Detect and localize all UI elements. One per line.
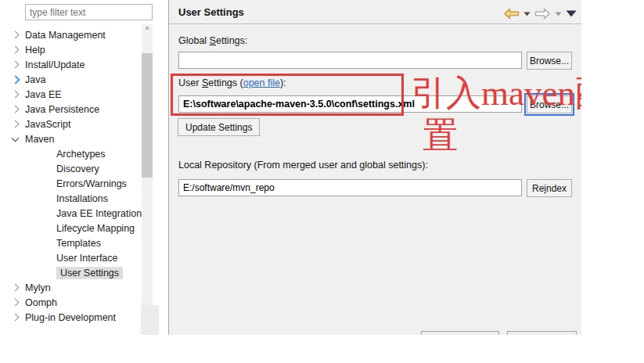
user-settings-label: User Settings (open file):	[178, 77, 286, 88]
sidebar-item-javascript[interactable]: JavaScript	[0, 117, 153, 131]
chevron-right-icon[interactable]	[12, 91, 20, 99]
chevron-right-icon[interactable]	[12, 46, 20, 54]
sidebar-item-java-ee[interactable]: Java EE	[0, 87, 153, 102]
sidebar-item-help[interactable]: Help	[0, 42, 153, 57]
sidebar-item-data-management[interactable]: Data Management	[0, 27, 153, 42]
sidebar-item-maven[interactable]: Maven	[0, 131, 153, 146]
sidebar-item-discovery[interactable]: Discovery	[0, 161, 153, 176]
sidebar-item-user-interface[interactable]: User Interface	[0, 250, 153, 265]
view-menu-triangle-icon[interactable]	[566, 10, 577, 17]
cutoff-dialog-button-left[interactable]	[421, 331, 499, 335]
chevron-right-icon[interactable]	[11, 75, 20, 84]
back-arrow-icon[interactable]	[503, 8, 520, 20]
chevron-right-icon[interactable]	[12, 299, 20, 307]
global-settings-label: Global Settings:	[178, 35, 247, 46]
sidebar-item-templates[interactable]: Templates	[0, 235, 153, 250]
cutoff-dialog-button-right[interactable]	[507, 331, 577, 335]
global-settings-input[interactable]	[178, 52, 522, 69]
sidebar-item-errors-warnings[interactable]: Errors/Warnings	[0, 176, 153, 191]
user-settings-page: User Settings Global Settings: Browse	[169, 0, 581, 335]
chevron-right-icon[interactable]	[12, 284, 20, 292]
chevron-down-icon[interactable]	[12, 135, 20, 142]
sidebar-item-mylyn[interactable]: Mylyn	[0, 280, 153, 295]
history-toolbar	[503, 8, 577, 20]
reindex-button[interactable]: Reindex	[527, 179, 572, 197]
sidebar-item-java-ee-integration[interactable]: Java EE Integration	[0, 206, 153, 221]
sidebar-item-java[interactable]: Java	[0, 72, 153, 87]
sidebar-item-install-update[interactable]: Install/Update	[0, 57, 153, 72]
sidebar-item-oomph[interactable]: Oomph	[0, 295, 153, 310]
chevron-right-icon[interactable]	[12, 106, 20, 113]
sidebar-item-archetypes[interactable]: Archetypes	[0, 146, 153, 161]
local-repository-label: Local Repository (From merged user and g…	[178, 160, 428, 171]
sidebar-item-user-settings-selected[interactable]: User Settings	[0, 265, 153, 280]
chevron-right-icon[interactable]	[12, 61, 20, 69]
user-browse-button[interactable]: Browse...	[527, 95, 572, 113]
back-menu-dropdown-icon[interactable]	[523, 12, 531, 16]
page-title: User Settings	[178, 6, 244, 18]
preferences-tree: Data Management Help Install/Update Java…	[0, 27, 153, 325]
title-divider	[169, 23, 581, 24]
open-file-link[interactable]: open file	[243, 77, 280, 88]
annotation-text-line2: 置	[423, 118, 458, 153]
update-settings-button[interactable]: Update Settings	[178, 118, 260, 136]
preferences-tree-sidebar: Data Management Help Install/Update Java…	[0, 0, 168, 335]
filter-input[interactable]	[25, 4, 153, 20]
global-browse-button[interactable]: Browse...	[527, 52, 572, 70]
chevron-right-icon[interactable]	[12, 314, 20, 322]
forward-menu-dropdown-icon[interactable]	[555, 12, 562, 16]
chevron-right-icon[interactable]	[12, 120, 20, 128]
sidebar-item-java-persistence[interactable]: Java Persistence	[0, 102, 153, 117]
scrollbar-corner	[141, 305, 159, 335]
local-repository-input[interactable]	[178, 179, 522, 196]
sidebar-scrollbar-thumb[interactable]	[142, 53, 153, 178]
sidebar-item-lifecycle-mapping[interactable]: Lifecycle Mapping	[0, 221, 153, 235]
scrollbar-up-arrow-icon[interactable]: ^	[142, 26, 153, 36]
forward-arrow-icon[interactable]	[534, 8, 551, 20]
sidebar-item-installations[interactable]: Installations	[0, 191, 153, 206]
user-settings-input[interactable]	[178, 95, 522, 113]
eclipse-preferences-window: Data Management Help Install/Update Java…	[0, 0, 644, 363]
sidebar-item-plug-in-development[interactable]: Plug-in Development	[0, 310, 153, 325]
chevron-right-icon[interactable]	[12, 31, 20, 39]
